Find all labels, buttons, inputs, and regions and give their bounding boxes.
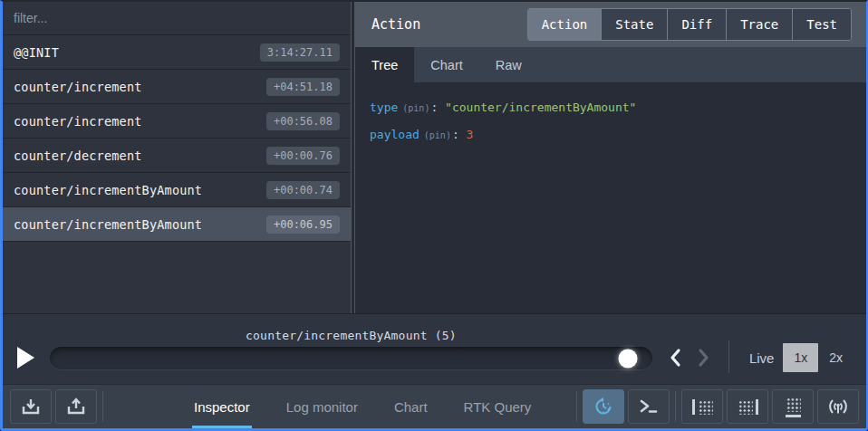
chevron-left-icon — [669, 348, 681, 368]
tab-chart[interactable]: Chart — [392, 385, 429, 428]
subtab-raw[interactable]: Raw — [479, 47, 538, 82]
tree-node-payload[interactable]: payload(pin): 3 — [370, 121, 852, 148]
toolbar-right-group — [571, 389, 859, 424]
tab-test[interactable]: Test — [793, 9, 851, 40]
inspector-panel: Action Action State Diff Trace Test Tree… — [355, 2, 866, 313]
action-list-item[interactable]: @@INIT 3:14:27.11 — [3, 35, 351, 70]
step-forward-button[interactable] — [698, 347, 710, 369]
playback-bar: counter/incrementByAmount (5) Live 1x 2x — [3, 313, 866, 384]
redux-devtools-window: @@INIT 3:14:27.11 counter/increment +04:… — [0, 0, 868, 431]
time-travel-toggle-button[interactable] — [583, 389, 624, 424]
colon: : — [430, 101, 438, 114]
timeline-slider[interactable] — [50, 347, 652, 369]
tree-key: payload — [370, 128, 420, 141]
action-tree-view: type(pin): "counter/incrementByAmount" p… — [355, 83, 866, 313]
action-name: @@INIT — [14, 45, 59, 60]
tree-value: 3 — [467, 128, 474, 141]
dock-left-icon — [692, 399, 713, 415]
terminal-icon — [639, 397, 659, 416]
action-name: counter/incrementByAmount — [14, 183, 202, 197]
action-timestamp: 3:14:27.11 — [260, 43, 340, 62]
tab-inspector[interactable]: Inspector — [192, 385, 252, 428]
tab-log-monitor[interactable]: Log monitor — [285, 385, 360, 428]
tab-trace[interactable]: Trace — [727, 9, 793, 40]
monitor-tabs: Inspector Log monitor Chart RTK Query — [192, 385, 533, 428]
action-list-item-selected[interactable]: counter/incrementByAmount +00:06.95 — [3, 207, 351, 242]
pin-label[interactable]: (pin) — [402, 103, 429, 113]
colon: : — [452, 128, 459, 141]
pin-label[interactable]: (pin) — [424, 130, 451, 140]
action-list-item[interactable]: counter/incrementByAmount +00:00.74 — [3, 173, 351, 207]
filter-row — [3, 2, 351, 35]
main-split: @@INIT 3:14:27.11 counter/increment +04:… — [3, 2, 866, 313]
action-name: counter/decrement — [14, 148, 142, 163]
action-timestamp: +00:56.08 — [266, 112, 340, 130]
tab-rtk-query[interactable]: RTK Query — [462, 385, 534, 428]
action-timestamp: +00:00.76 — [266, 147, 340, 165]
action-timestamp: +00:00.74 — [266, 181, 340, 199]
subtab-chart[interactable]: Chart — [414, 47, 478, 82]
playback-divider — [728, 340, 729, 373]
dock-right-icon — [738, 399, 758, 415]
export-button[interactable] — [55, 389, 97, 424]
inspector-title: Action — [371, 16, 420, 33]
action-list-panel: @@INIT 3:14:27.11 counter/increment +04:… — [3, 2, 351, 313]
toolbar-divider — [102, 391, 103, 422]
action-timestamp: +04:51.18 — [266, 78, 340, 96]
chevron-right-icon — [698, 348, 710, 368]
toolbar-divider — [576, 391, 577, 422]
inspector-header: Action Action State Diff Trace Test — [355, 2, 866, 47]
dispatcher-button[interactable] — [628, 389, 670, 424]
action-list-empty-space — [3, 242, 351, 313]
dock-right-button[interactable] — [727, 389, 768, 424]
dock-bottom-icon — [786, 397, 801, 417]
play-icon — [17, 347, 34, 369]
subtab-tree[interactable]: Tree — [355, 47, 414, 82]
action-list-item[interactable]: counter/increment +04:51.18 — [3, 70, 351, 104]
current-action-label: counter/incrementByAmount (5) — [50, 327, 652, 347]
tree-node-type[interactable]: type(pin): "counter/incrementByAmount" — [370, 94, 852, 121]
dock-left-button[interactable] — [681, 389, 723, 424]
tree-key: type — [370, 101, 398, 114]
view-mode-bar: Tree Chart Raw — [355, 47, 866, 83]
slider-thumb[interactable] — [619, 349, 638, 368]
filter-input[interactable] — [14, 11, 340, 25]
bottom-toolbar: Inspector Log monitor Chart RTK Query — [3, 384, 866, 428]
tab-action[interactable]: Action — [528, 9, 603, 40]
action-list-item[interactable]: counter/increment +00:56.08 — [3, 104, 351, 139]
play-button[interactable] — [17, 346, 43, 369]
speed-1x-button[interactable]: 1x — [783, 343, 818, 372]
step-back-button[interactable] — [669, 347, 681, 369]
action-name: counter/incrementByAmount — [14, 217, 202, 232]
dock-bottom-button[interactable] — [772, 389, 814, 424]
time-travel-clock-icon — [593, 396, 614, 417]
inspector-tab-group: Action State Diff Trace Test — [527, 8, 852, 41]
speed-2x-button[interactable]: 2x — [818, 343, 854, 372]
action-timestamp: +00:06.95 — [266, 216, 340, 234]
action-name: counter/increment — [14, 114, 142, 129]
live-button[interactable]: Live — [749, 350, 775, 366]
action-name: counter/increment — [14, 80, 142, 94]
remote-broadcast-icon — [827, 397, 849, 416]
tab-state[interactable]: State — [602, 9, 668, 40]
action-list-item[interactable]: counter/decrement +00:00.76 — [3, 139, 351, 173]
import-icon — [21, 397, 41, 416]
remote-connection-button[interactable] — [817, 389, 859, 424]
import-button[interactable] — [10, 389, 52, 424]
timeline-slider-wrap: counter/incrementByAmount (5) — [50, 327, 652, 369]
export-icon — [66, 397, 86, 416]
tab-diff[interactable]: Diff — [668, 9, 727, 40]
tree-value: "counter/incrementByAmount" — [445, 101, 636, 114]
toolbar-divider — [675, 391, 676, 422]
